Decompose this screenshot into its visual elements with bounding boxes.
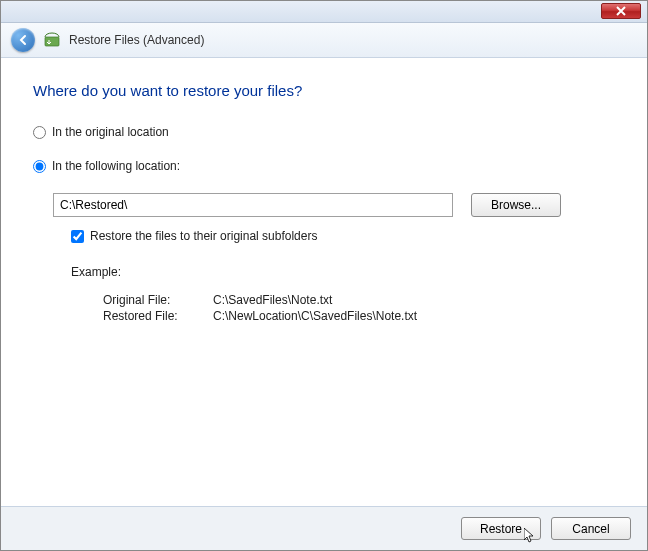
example-restored-value: C:\NewLocation\C\SavedFiles\Note.txt	[213, 309, 417, 323]
radio-original-input[interactable]	[33, 126, 46, 139]
close-button[interactable]	[601, 3, 641, 19]
radio-following-label: In the following location:	[52, 159, 180, 173]
cursor-icon	[524, 528, 536, 544]
restore-button[interactable]: Restore	[461, 517, 541, 540]
subfolders-checkbox-row[interactable]: Restore the files to their original subf…	[71, 229, 615, 243]
content-area: Where do you want to restore your files?…	[1, 58, 647, 506]
back-button[interactable]	[11, 28, 35, 52]
footer: Restore Cancel	[1, 506, 647, 550]
back-arrow-icon	[16, 33, 30, 47]
wizard-header: Restore Files (Advanced)	[1, 23, 647, 58]
restore-button-label: Restore	[480, 522, 522, 536]
wizard-title: Restore Files (Advanced)	[69, 33, 204, 47]
browse-button[interactable]: Browse...	[471, 193, 561, 217]
svg-rect-0	[45, 37, 59, 46]
example-grid: Original File: C:\SavedFiles\Note.txt Re…	[103, 293, 615, 323]
example-original-value: C:\SavedFiles\Note.txt	[213, 293, 332, 307]
subfolders-checkbox[interactable]	[71, 230, 84, 243]
titlebar	[1, 1, 647, 23]
cancel-button[interactable]: Cancel	[551, 517, 631, 540]
radio-following-input[interactable]	[33, 160, 46, 173]
close-icon	[615, 6, 627, 16]
example-restored-label: Restored File:	[103, 309, 213, 323]
subfolders-label: Restore the files to their original subf…	[90, 229, 317, 243]
path-row: Browse...	[53, 193, 615, 217]
radio-following-location[interactable]: In the following location:	[33, 159, 615, 173]
page-heading: Where do you want to restore your files?	[33, 82, 615, 99]
radio-original-location[interactable]: In the original location	[33, 125, 615, 139]
example-original-label: Original File:	[103, 293, 213, 307]
example-heading: Example:	[71, 265, 615, 279]
path-input[interactable]	[53, 193, 453, 217]
restore-icon	[43, 31, 61, 49]
radio-original-label: In the original location	[52, 125, 169, 139]
